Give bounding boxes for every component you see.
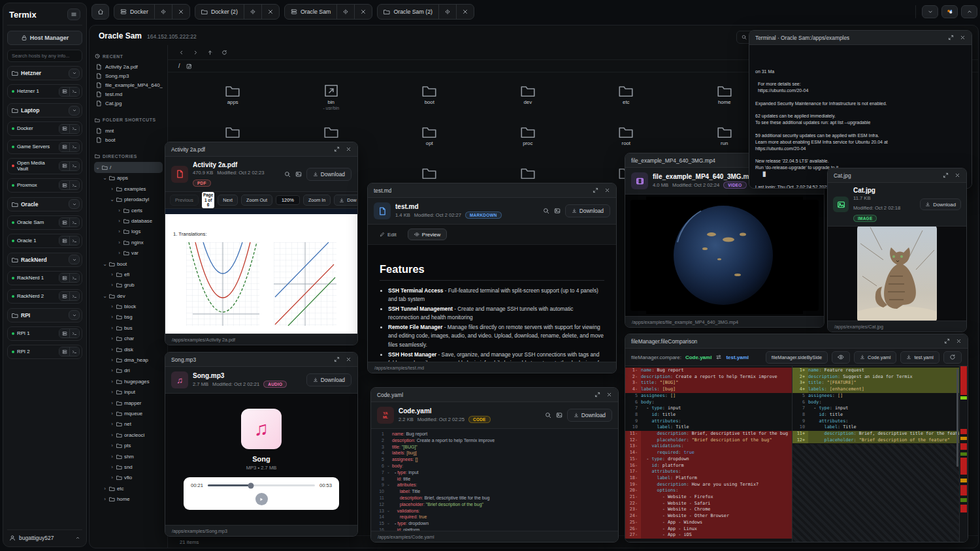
- window-titlebar[interactable]: Cat.jpg: [828, 168, 966, 183]
- host-file-manager-button[interactable]: [59, 347, 69, 356]
- tree-chevron[interactable]: ›: [110, 325, 114, 331]
- session-tab[interactable]: Oracle Sam: [284, 4, 372, 20]
- download-left-button[interactable]: Code.yaml: [854, 351, 896, 364]
- toggle-view-button[interactable]: [832, 351, 850, 364]
- tree-chevron[interactable]: ›: [110, 379, 114, 385]
- host-item[interactable]: Oracle 1: [7, 234, 82, 248]
- window-titlebar[interactable]: Terminal · Oracle Sam:/apps/examples: [749, 31, 972, 45]
- tree-chevron[interactable]: ⌄: [103, 293, 107, 299]
- tree-item[interactable]: › net: [94, 419, 163, 430]
- tree-chevron[interactable]: ›: [110, 454, 114, 460]
- expand-icon[interactable]: [595, 392, 600, 398]
- fold-toggle[interactable]: [387, 476, 392, 482]
- group-collapse-button[interactable]: [69, 199, 80, 209]
- tree-item[interactable]: › certs: [94, 205, 163, 215]
- forward-icon[interactable]: [193, 50, 199, 55]
- fold-toggle[interactable]: ⌄: [387, 520, 392, 527]
- window-titlebar[interactable]: Activity 2a.pdf: [165, 142, 357, 157]
- tree-item[interactable]: ⌄ pterodactyl: [94, 194, 163, 204]
- tree-item[interactable]: › etc: [94, 483, 163, 494]
- host-file-manager-button[interactable]: [59, 125, 69, 133]
- tree-chevron[interactable]: ›: [110, 443, 114, 449]
- tree-chevron[interactable]: ›: [117, 250, 122, 256]
- host-group-header[interactable]: Hetzner: [7, 66, 82, 80]
- download-button[interactable]: Download: [306, 373, 351, 386]
- session-tab[interactable]: Oracle Sam (2): [377, 4, 474, 20]
- search-icon[interactable]: [284, 171, 291, 178]
- up-icon[interactable]: [207, 50, 213, 55]
- fold-toggle[interactable]: [387, 501, 392, 508]
- close-icon[interactable]: [346, 146, 351, 152]
- tree-chevron[interactable]: ›: [110, 389, 114, 395]
- code-editor[interactable]: 1 name: Bug report 2 description: Create…: [371, 429, 618, 531]
- grid-folder-item[interactable]: bin - usr/bin: [282, 76, 381, 118]
- swap-icon[interactable]: [715, 354, 722, 360]
- host-terminal-button[interactable]: [69, 236, 79, 245]
- host-terminal-button[interactable]: [69, 329, 79, 338]
- pdf-next-button[interactable]: Next: [218, 195, 238, 206]
- recent-file-item[interactable]: Song.mp3: [94, 71, 163, 80]
- tree-item[interactable]: › mapper: [94, 398, 163, 408]
- fold-toggle[interactable]: [387, 450, 392, 456]
- tree-chevron[interactable]: ›: [110, 411, 114, 417]
- host-item[interactable]: RPI 2: [7, 345, 82, 359]
- edit-tab[interactable]: Edit: [373, 228, 403, 240]
- host-item[interactable]: Docker: [7, 121, 82, 136]
- grid-folder-item[interactable]: proc: [479, 118, 578, 159]
- shortcut-item[interactable]: mnt: [94, 126, 163, 135]
- user-menu[interactable]: bugattiguy527: [7, 529, 82, 542]
- host-item[interactable]: RackNerd 1: [7, 271, 82, 285]
- play-button[interactable]: [255, 493, 268, 505]
- scrollbar[interactable]: [956, 369, 958, 467]
- expand-icon[interactable]: [334, 146, 340, 152]
- group-collapse-button[interactable]: [69, 69, 80, 78]
- host-terminal-button[interactable]: [69, 292, 79, 300]
- tree-chevron[interactable]: ›: [110, 464, 114, 470]
- tree-chevron[interactable]: ⌄: [103, 261, 107, 267]
- host-file-manager-button[interactable]: [59, 162, 69, 170]
- expand-icon[interactable]: [948, 35, 954, 40]
- theme-button[interactable]: [941, 5, 958, 18]
- tree-chevron[interactable]: ›: [110, 368, 114, 373]
- host-terminal-button[interactable]: [69, 218, 79, 227]
- tree-chevron[interactable]: ›: [117, 228, 122, 234]
- host-terminal-button[interactable]: [69, 347, 79, 356]
- tree-item[interactable]: › disk: [94, 344, 163, 354]
- side-by-side-button[interactable]: fileManager.sideBySide: [766, 351, 828, 364]
- diff-minimap[interactable]: [959, 366, 968, 542]
- tree-item[interactable]: › nginx: [94, 237, 163, 247]
- tree-item[interactable]: › pts: [94, 440, 163, 450]
- tree-chevron[interactable]: ›: [117, 240, 122, 245]
- recent-file-item[interactable]: Cat.jpg: [94, 99, 163, 108]
- tree-item[interactable]: › snd: [94, 462, 163, 472]
- host-terminal-button[interactable]: [69, 274, 79, 282]
- tree-chevron[interactable]: ›: [117, 208, 122, 213]
- tab-close-button[interactable]: [261, 5, 279, 19]
- home-tab-button[interactable]: [91, 4, 109, 20]
- fold-toggle[interactable]: [387, 495, 392, 501]
- grid-folder-item[interactable]: dev: [479, 76, 578, 118]
- expand-icon[interactable]: [334, 356, 340, 362]
- tree-item[interactable]: › grub: [94, 280, 163, 291]
- seek-thumb[interactable]: [248, 482, 253, 488]
- panel-down-button[interactable]: [922, 5, 938, 18]
- host-terminal-button[interactable]: [69, 125, 79, 133]
- tree-chevron[interactable]: ›: [110, 336, 114, 341]
- tree-item[interactable]: › hugepages: [94, 376, 163, 386]
- grid-folder-item[interactable]: etc: [577, 76, 676, 118]
- tree-chevron[interactable]: ›: [110, 304, 114, 309]
- tree-item[interactable]: › efi: [94, 269, 163, 279]
- tree-item[interactable]: › vfio: [94, 473, 163, 483]
- diff-right-pane[interactable]: 1+name: Feature request2+description: Su…: [792, 366, 959, 542]
- tree-chevron[interactable]: ›: [110, 421, 114, 427]
- tree-item[interactable]: ⌄ dev: [94, 291, 163, 301]
- tree-item[interactable]: › block: [94, 301, 163, 311]
- host-item[interactable]: RPI 1: [7, 326, 82, 341]
- fold-toggle[interactable]: ⌄: [387, 469, 392, 476]
- host-terminal-button[interactable]: [69, 143, 79, 151]
- host-terminal-button[interactable]: [69, 181, 79, 189]
- download-button[interactable]: Download: [567, 409, 612, 422]
- window-titlebar[interactable]: Song.mp3: [165, 353, 357, 367]
- tree-chevron[interactable]: ›: [110, 314, 114, 320]
- host-terminal-button[interactable]: [69, 87, 79, 96]
